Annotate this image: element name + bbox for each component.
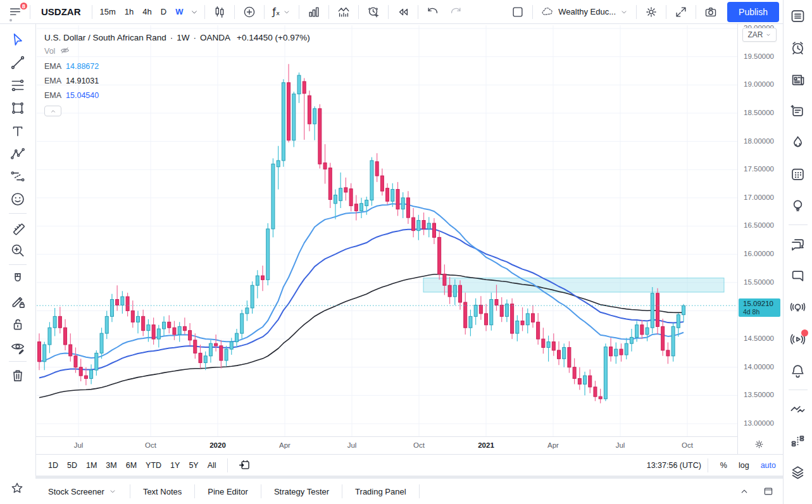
range-button-3m[interactable]: 3M [101,461,121,470]
tool-ruler-button[interactable] [5,216,30,239]
tool-cursor-button[interactable] [5,28,30,51]
range-button-1m[interactable]: 1M [82,461,101,470]
favorites-star-button[interactable] [4,477,30,500]
tool-text-button[interactable] [5,120,30,142]
interval-button-d[interactable]: D [156,3,171,22]
sidebar-dom-button[interactable] [784,425,812,457]
candle-patterns-button[interactable] [332,2,355,22]
time-axis[interactable]: JulOct2020AprJulOct2021AprJulOct [36,436,737,454]
interval-button-4h[interactable]: 4h [138,3,156,22]
indicator-row-2[interactable]: EMA15.04540 [44,91,310,100]
legend-collapse-button[interactable] [44,106,61,116]
tool-prediction-button[interactable] [5,165,30,188]
range-button-all[interactable]: All [203,461,221,470]
sidebar-order-panel-button[interactable] [784,393,812,425]
divider [9,213,27,214]
eye-slash-icon[interactable] [59,46,70,56]
main-menu-button[interactable]: 8 [4,2,27,22]
save-layout-button[interactable]: Wealthy Educ... [536,2,633,22]
indicator-templates-button[interactable] [303,2,325,22]
price-axis[interactable]: ZAR 20.0000019.5000019.0000018.5000018.0… [737,24,784,454]
separator-dot: · [194,33,197,42]
layout-grid-icon [511,5,525,19]
undo-button[interactable] [422,2,444,22]
sidebar-text-notes-button[interactable] [784,95,812,126]
redo-icon [449,5,463,19]
tool-remove-drawings-button[interactable] [5,364,30,387]
sidebar-private-chat-button[interactable] [784,260,812,292]
tool-zoom-in-button[interactable] [5,239,30,262]
range-button-ytd[interactable]: YTD [141,461,166,470]
axis-settings-gear-icon[interactable] [754,439,765,450]
expand-panel-chevron-icon[interactable] [739,486,750,497]
time-tick-label: Jul [616,441,625,449]
percent-scale-button[interactable]: % [715,461,733,470]
tool-magnet-button[interactable] [5,267,30,290]
maximize-panel-icon[interactable] [763,486,774,497]
range-button-5y[interactable]: 5Y [184,461,203,470]
panel-tab-strategy-tester[interactable]: Strategy Tester [261,479,342,504]
fullscreen-button[interactable] [670,2,692,22]
volume-legend-row[interactable]: Vol [44,46,310,56]
indicator-row-0[interactable]: EMA14.88672 [44,62,310,71]
range-button-5d[interactable]: 5D [63,461,82,470]
sidebar-my-ideas-button[interactable] [784,190,812,221]
interval-button-15m[interactable]: 15m [96,3,120,22]
top-toolbar: 8 USDZAR 15m1h4hDW ƒₓ [0,0,783,24]
tool-emoji-button[interactable] [5,188,30,211]
range-button-1d[interactable]: 1D [44,461,63,470]
publish-button[interactable]: Publish [727,2,779,22]
sidebar-alerts-button[interactable] [784,32,812,63]
tool-trend-line-button[interactable] [5,51,30,74]
magnet-icon [9,271,26,287]
cursor-icon [9,32,26,48]
indicator-row-1[interactable]: EMA14.91031 [44,77,310,85]
sidebar-economic-calendar-button[interactable] [784,158,812,190]
panel-tab-text-notes[interactable]: Text Notes [130,479,194,504]
sidebar-object-tree-button[interactable] [784,457,812,488]
panel-tab-trading-panel[interactable]: Trading Panel [342,479,418,504]
go-to-date-button[interactable] [238,458,251,472]
sidebar-live-streams-button[interactable] [784,323,812,355]
panel-tab-stock-screener[interactable]: Stock Screener [35,479,130,504]
symbol-search-button[interactable]: USDZAR [34,2,89,22]
tool-xabcd-pattern-button[interactable] [5,142,30,165]
tool-hide-drawings-button[interactable] [5,336,30,359]
divider [666,5,666,19]
tool-drawing-mode-button[interactable] [5,290,30,313]
panel-tab-pine-editor[interactable]: Pine Editor [195,479,261,504]
interval-dropdown-button[interactable] [187,2,201,22]
sidebar-notifications-button[interactable] [784,355,812,386]
auto-scale-button[interactable]: auto [755,461,776,470]
bar-replay-button[interactable] [392,2,415,22]
tool-lock-all-button[interactable] [5,313,30,336]
text-icon [9,123,26,139]
chart-settings-button[interactable] [640,2,663,22]
chart-style-button[interactable] [208,2,231,22]
sidebar-watchlist-button[interactable] [784,0,812,32]
clock-label[interactable]: 13:37:56 (UTC) [647,461,701,470]
create-alert-button[interactable] [362,2,385,22]
range-button-1y[interactable]: 1Y [166,461,184,470]
snapshot-button[interactable] [699,2,722,22]
redo-button[interactable] [444,2,467,22]
tool-shapes-button[interactable] [5,97,30,120]
highlight-zone-drawing[interactable] [423,278,724,292]
indicators-button[interactable]: ƒₓ [268,2,296,22]
interval-button-w[interactable]: W [171,3,187,22]
price-tick-label: 18.00000 [744,137,774,146]
symbol-label: USDZAR [41,6,81,17]
legend-title-row[interactable]: U.S. Dollar / South African Rand · 1W · … [44,33,310,42]
currency-toggle-button[interactable]: ZAR [742,28,777,42]
divider [92,5,92,19]
interval-button-1h[interactable]: 1h [120,3,138,22]
sidebar-news-button[interactable] [784,63,812,95]
range-button-6m[interactable]: 6M [122,461,141,470]
tool-fib-retracement-button[interactable] [5,74,30,97]
log-scale-button[interactable]: log [733,461,755,470]
sidebar-hotlists-button[interactable] [784,126,812,158]
sidebar-public-chats-button[interactable] [784,228,812,260]
select-layout-button[interactable] [506,2,529,22]
sidebar-ideas-stream-button[interactable] [784,292,812,323]
compare-button[interactable] [238,2,261,22]
